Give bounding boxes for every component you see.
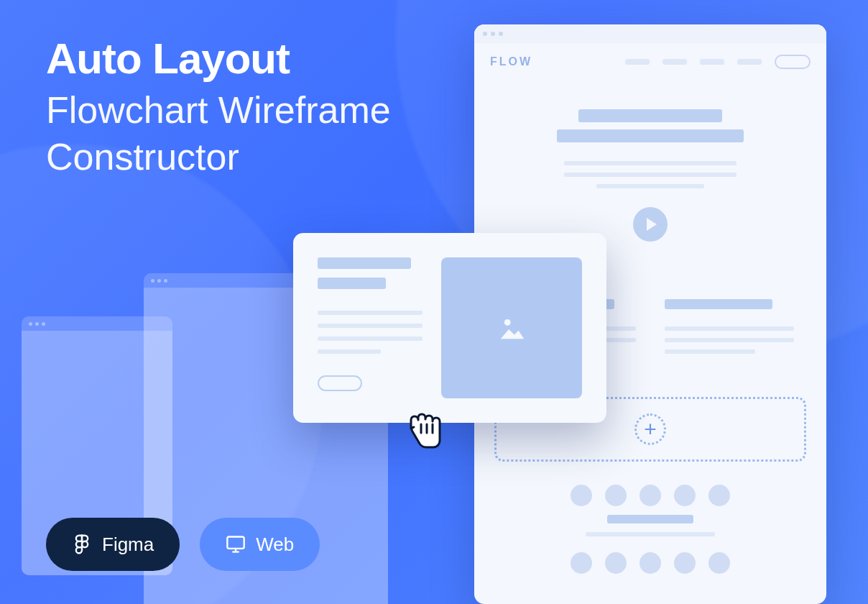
headline-title: Auto Layout <box>46 36 391 81</box>
nav-placeholder <box>737 59 762 65</box>
card-text-block <box>318 257 423 398</box>
headline: Auto Layout Flowchart Wireframe Construc… <box>46 36 391 180</box>
heading-placeholder <box>318 278 386 289</box>
avatar-placeholder <box>708 485 730 506</box>
figma-icon <box>72 534 92 554</box>
wireframe-footer <box>474 476 826 574</box>
heading-placeholder <box>318 257 411 269</box>
headline-subtitle: Flowchart Wireframe Constructor <box>46 87 391 180</box>
wireframe-hero <box>474 81 826 256</box>
image-placeholder <box>441 257 582 398</box>
wireframe-nav <box>625 55 811 69</box>
avatar-placeholder <box>605 552 627 574</box>
button-placeholder <box>318 375 362 391</box>
svg-point-4 <box>82 541 88 547</box>
wireframe-column <box>665 299 794 354</box>
text-placeholder <box>665 326 794 331</box>
text-placeholder <box>586 532 715 536</box>
avatar-placeholder <box>674 552 696 574</box>
avatar-placeholder <box>640 485 661 506</box>
platform-pills: Figma Web <box>46 518 320 571</box>
heading-placeholder <box>578 109 722 122</box>
grab-cursor-icon <box>401 403 447 449</box>
text-placeholder <box>596 184 704 188</box>
text-placeholder <box>318 311 423 315</box>
text-placeholder <box>318 337 423 341</box>
text-placeholder <box>665 349 755 354</box>
avatar-placeholder <box>674 485 696 506</box>
pill-label: Figma <box>102 534 154 556</box>
heading-placeholder <box>607 515 693 523</box>
wireframe-header: FLOW <box>474 43 826 81</box>
text-placeholder <box>564 173 737 177</box>
pill-label: Web <box>256 534 294 556</box>
text-placeholder <box>318 349 381 354</box>
nav-cta-placeholder <box>775 55 811 69</box>
avatar-placeholder <box>605 485 627 506</box>
svg-point-0 <box>504 319 511 326</box>
avatar-placeholder <box>640 552 661 574</box>
wireframe-logo: FLOW <box>490 55 532 68</box>
heading-placeholder <box>557 129 744 142</box>
text-placeholder <box>564 161 737 165</box>
nav-placeholder <box>625 59 650 65</box>
play-icon <box>633 207 668 242</box>
text-placeholder <box>318 324 423 328</box>
avatar-placeholder <box>571 552 592 574</box>
nav-placeholder <box>662 59 687 65</box>
monitor-icon <box>226 534 246 554</box>
svg-rect-5 <box>228 537 244 549</box>
text-placeholder <box>665 338 794 342</box>
avatar-placeholder <box>571 485 592 506</box>
browser-chrome <box>474 24 826 43</box>
avatar-placeholder <box>708 552 730 574</box>
figma-pill[interactable]: Figma <box>46 518 180 571</box>
heading-placeholder <box>665 299 772 309</box>
promo-canvas: Auto Layout Flowchart Wireframe Construc… <box>0 0 868 604</box>
avatar-row <box>571 485 730 506</box>
image-icon <box>495 311 528 344</box>
dragged-card[interactable] <box>293 233 606 423</box>
avatar-row <box>571 552 730 574</box>
web-pill[interactable]: Web <box>200 518 320 571</box>
nav-placeholder <box>700 59 724 65</box>
add-icon[interactable]: + <box>634 413 666 445</box>
